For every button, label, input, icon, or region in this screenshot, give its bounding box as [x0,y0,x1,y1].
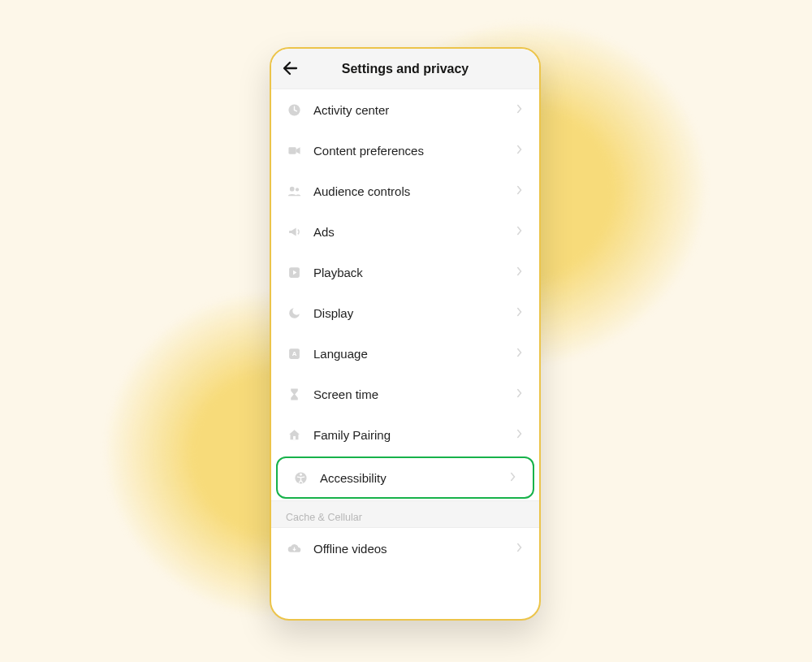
row-label: Screen time [313,387,516,401]
row-label: Audience controls [313,184,516,198]
row-label: Display [313,306,516,320]
svg-rect-1 [288,147,296,154]
row-label: Language [313,347,516,361]
back-button[interactable] [281,58,300,78]
page-title: Settings and privacy [271,62,539,76]
chevron-right-icon [516,541,525,556]
arrow-left-icon [281,58,300,78]
play-square-icon [286,264,302,280]
language-icon: A [286,345,302,361]
chevron-right-icon [516,387,525,401]
row-accessibility[interactable]: Accessibility [276,456,534,499]
svg-point-2 [289,186,294,191]
chevron-right-icon [516,224,525,239]
clock-icon [286,102,302,118]
header-bar: Settings and privacy [271,49,539,89]
settings-list: Activity center Content preferences Audi… [271,89,539,569]
svg-point-9 [300,473,302,475]
chevron-right-icon [516,102,525,117]
row-label: Content preferences [313,144,516,158]
phone-frame: Settings and privacy Activity center Con… [270,47,541,621]
svg-rect-7 [293,435,296,439]
chevron-right-icon [516,265,525,279]
chevron-right-icon [516,305,525,320]
chevron-right-icon [516,184,525,198]
chevron-right-icon [510,470,518,485]
moon-icon [286,305,302,321]
section-title: Cache & Cellular [286,512,362,523]
row-label: Playback [313,266,516,279]
row-label: Accessibility [320,471,510,485]
row-label: Activity center [313,103,516,117]
row-screen-time[interactable]: Screen time [271,374,539,414]
row-ads[interactable]: Ads [271,211,539,252]
megaphone-icon [286,223,302,240]
row-playback[interactable]: Playback [271,252,539,292]
video-icon [286,142,302,158]
home-icon [286,426,302,443]
section-header-cache: Cache & Cellular [271,500,539,528]
row-family-pairing[interactable]: Family Pairing [271,414,539,455]
people-icon [286,183,302,199]
row-label: Ads [313,225,516,239]
row-activity-center[interactable]: Activity center [271,89,539,130]
chevron-right-icon [516,346,525,361]
chevron-right-icon [516,427,525,442]
row-label: Family Pairing [313,428,516,442]
accessibility-icon [292,469,309,486]
row-display[interactable]: Display [271,292,539,333]
svg-text:A: A [292,350,296,357]
row-label: Offline videos [313,542,516,556]
row-language[interactable]: A Language [271,333,539,374]
chevron-right-icon [516,143,525,158]
row-audience-controls[interactable]: Audience controls [271,171,539,211]
svg-point-3 [295,188,298,191]
hourglass-icon [286,386,302,402]
row-offline-videos[interactable]: Offline videos [271,528,539,569]
row-content-preferences[interactable]: Content preferences [271,130,539,171]
cloud-download-icon [286,540,302,556]
